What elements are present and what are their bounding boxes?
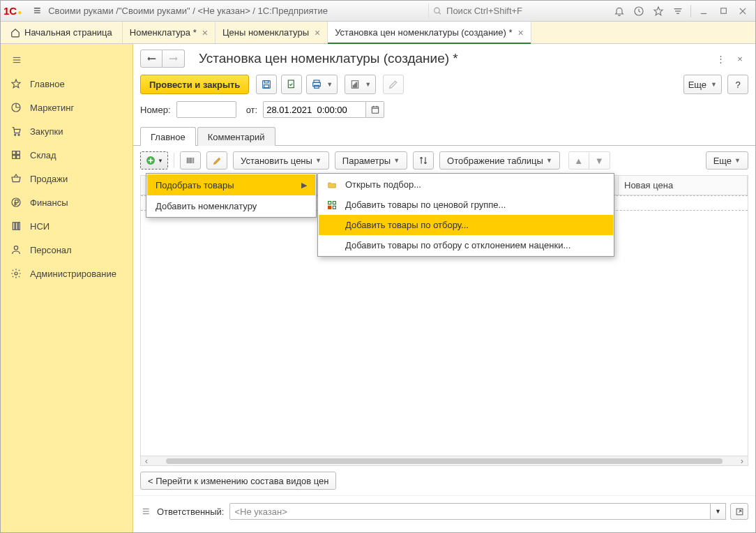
maximize-button[interactable] xyxy=(713,1,733,21)
titlebar: 1С● ≡ Своими руками /"Своими руками" / <… xyxy=(1,1,755,22)
responsible-label: Ответственный: xyxy=(157,506,224,517)
close-doc-button[interactable]: × xyxy=(732,50,748,67)
books-icon xyxy=(10,220,22,232)
svg-rect-35 xyxy=(355,84,356,87)
inner-tab-comment[interactable]: Комментарий xyxy=(197,127,275,146)
submenu-by-filter-margin[interactable]: Добавить товары по отбору с отклонением … xyxy=(319,235,613,255)
sidebar-label: НСИ xyxy=(30,221,50,232)
svg-point-0 xyxy=(434,8,440,13)
print-button[interactable]: ▼ xyxy=(306,75,338,94)
tabs-row: Начальная страница Номенклатура * × Цены… xyxy=(1,22,755,44)
history-icon[interactable] xyxy=(629,1,649,21)
svg-rect-27 xyxy=(265,81,269,83)
post-and-close-button[interactable]: Провести и закрыть xyxy=(140,75,249,94)
pick-goods-submenu: Открыть подбор... Добавить товары по цен… xyxy=(317,173,614,257)
move-up-button[interactable]: ▲ xyxy=(568,151,589,170)
add-menu: Подобрать товары ▶ Добавить номенклатуру xyxy=(146,173,317,218)
pencil-icon xyxy=(388,79,399,90)
move-down-button[interactable]: ▼ xyxy=(589,151,610,170)
menu-pick-goods[interactable]: Подобрать товары ▶ xyxy=(147,174,315,195)
hamburger-icon[interactable]: ≡ xyxy=(30,3,44,18)
from-label: от: xyxy=(246,105,258,115)
search-input[interactable] xyxy=(445,5,610,17)
minimize-button[interactable] xyxy=(694,1,713,21)
sidebar-item-sales[interactable]: Продажи xyxy=(1,167,133,190)
post-button[interactable] xyxy=(281,75,302,94)
tab-set-prices[interactable]: Установка цен номенклатуры (создание) * … xyxy=(328,22,531,43)
calendar-button[interactable] xyxy=(366,101,384,118)
tab-prices[interactable]: Цены номенклатуры × xyxy=(216,22,328,43)
svg-rect-19 xyxy=(17,156,20,159)
sidebar-label: Склад xyxy=(30,150,56,160)
filter-lines-icon[interactable] xyxy=(668,1,688,21)
sidebar-item-admin[interactable]: Администрирование xyxy=(1,262,133,285)
tab-nomenclature[interactable]: Номенклатура * × xyxy=(123,22,216,43)
close-icon[interactable]: × xyxy=(518,27,524,38)
close-icon[interactable]: × xyxy=(315,27,320,38)
star-icon[interactable] xyxy=(649,1,668,21)
close-icon[interactable]: × xyxy=(202,27,208,38)
search-icon xyxy=(433,6,442,16)
grid-col-new-price[interactable]: Новая цена xyxy=(619,176,748,195)
sidebar-item-warehouse[interactable]: Склад xyxy=(1,143,133,167)
save-button[interactable] xyxy=(256,75,277,94)
reports-button[interactable]: ▼ xyxy=(345,75,376,94)
sidebar-item-main[interactable]: Главное xyxy=(1,72,133,96)
back-button[interactable]: 🠔 xyxy=(140,50,162,68)
number-field[interactable] xyxy=(176,101,236,118)
svg-rect-55 xyxy=(333,206,335,209)
date-field[interactable] xyxy=(263,101,366,118)
tab-home[interactable]: Начальная страница xyxy=(1,22,123,43)
main-area: 🠔 🠖 Установка цен номенклатуры (создание… xyxy=(133,44,755,532)
sidebar-item-personnel[interactable]: Персонал xyxy=(1,238,133,262)
submenu-open-selection[interactable]: Открыть подбор... xyxy=(319,174,613,195)
help-button[interactable]: ? xyxy=(727,75,748,94)
svg-rect-37 xyxy=(372,107,378,113)
sidebar-label: Продажи xyxy=(30,174,68,184)
responsible-dropdown-button[interactable]: ▼ xyxy=(711,503,726,520)
responsible-field[interactable] xyxy=(229,503,711,520)
barcode-button[interactable] xyxy=(180,151,201,170)
app-logo: 1С● xyxy=(3,5,22,17)
gear-icon xyxy=(10,268,22,279)
edit-row-button[interactable] xyxy=(206,151,227,170)
horizontal-scrollbar[interactable]: ‹› xyxy=(141,456,748,465)
chevron-right-icon: ▶ xyxy=(301,181,307,190)
bell-icon[interactable] xyxy=(610,1,629,21)
table-view-button[interactable]: Отображение таблицы▼ xyxy=(439,151,560,170)
pencil-icon xyxy=(212,156,222,166)
inner-tab-main[interactable]: Главное xyxy=(140,127,196,146)
sidebar-item-marketing[interactable]: Маркетинг xyxy=(1,96,133,119)
svg-rect-52 xyxy=(328,201,331,204)
menu-add-nomenclature[interactable]: Добавить номенклатуру xyxy=(147,195,315,216)
swap-button[interactable] xyxy=(413,151,434,170)
close-window-button[interactable] xyxy=(733,1,753,21)
responsible-open-button[interactable] xyxy=(730,503,748,520)
more-button[interactable]: Еще▼ xyxy=(683,75,722,94)
menu-icon xyxy=(10,55,23,65)
sidebar-item-purchases[interactable]: Закупки xyxy=(1,119,133,143)
document-title: Установка цен номенклатуры (создание) * xyxy=(199,51,458,66)
grid-more-button[interactable]: Еще▼ xyxy=(706,151,748,170)
kebab-icon[interactable]: ⋮ xyxy=(712,50,729,67)
submenu-by-filter[interactable]: Добавить товары по отбору... xyxy=(319,215,613,235)
goto-price-types-button[interactable]: < Перейти к изменению состава видов цен xyxy=(140,472,336,490)
tab-label: Установка цен номенклатуры (создание) * xyxy=(335,27,512,38)
star-icon xyxy=(10,78,22,89)
params-button[interactable]: Параметры▼ xyxy=(335,151,407,170)
sidebar-item-finance[interactable]: Финансы xyxy=(1,190,133,214)
global-search[interactable] xyxy=(428,3,610,19)
forward-button[interactable]: 🠖 xyxy=(162,50,185,68)
boxes-icon xyxy=(10,149,22,160)
submenu-by-price-group[interactable]: Добавить товары по ценовой группе... xyxy=(319,195,613,215)
svg-rect-16 xyxy=(13,151,16,155)
edit-button[interactable] xyxy=(383,75,404,94)
svg-rect-7 xyxy=(720,8,726,14)
set-prices-button[interactable]: Установить цены▼ xyxy=(233,151,329,170)
svg-rect-29 xyxy=(289,80,294,88)
svg-rect-34 xyxy=(354,85,354,87)
sidebar-item-nsi[interactable]: НСИ xyxy=(1,214,133,238)
tab-home-label: Начальная страница xyxy=(24,27,112,38)
sidebar-toggle[interactable] xyxy=(1,48,133,72)
add-dropdown-button[interactable]: ▼ xyxy=(140,151,168,170)
